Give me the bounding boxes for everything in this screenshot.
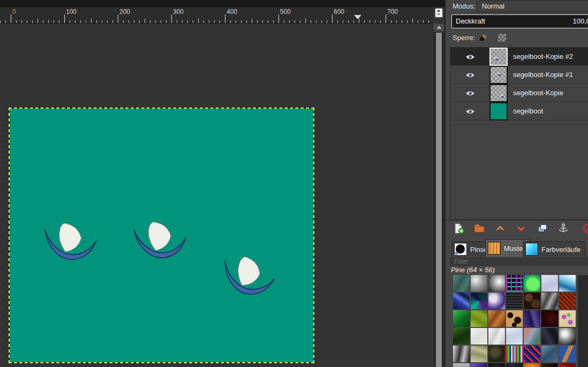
raise-layer-icon[interactable] — [494, 223, 506, 234]
ruler-tick — [171, 14, 172, 23]
ruler-tick — [11, 14, 11, 23]
new-layer-icon[interactable] — [453, 223, 465, 234]
pattern-swatch-dark-camo[interactable] — [488, 346, 505, 362]
ruler-tick — [348, 20, 349, 23]
pattern-scrollbar[interactable] — [578, 275, 588, 367]
pattern-swatch-copper-foil[interactable] — [488, 310, 505, 327]
pattern-swatch-white-marble[interactable] — [488, 328, 505, 345]
layer-thumbnail[interactable] — [489, 84, 508, 102]
pattern-swatch-teal-waves[interactable] — [453, 275, 470, 292]
lower-layer-icon[interactable] — [515, 223, 527, 234]
visibility-eye-icon[interactable] — [458, 53, 468, 59]
ruler-tick — [214, 20, 215, 23]
pattern-swatch-neon-grid[interactable] — [506, 275, 523, 292]
ruler-tick — [412, 19, 413, 23]
ruler-position-marker-icon — [354, 15, 361, 19]
pattern-swatch-white-paper[interactable] — [471, 328, 487, 345]
delete-layer-icon[interactable] — [582, 223, 588, 234]
layer-row[interactable]: segelboot-Kopie #2 — [450, 48, 588, 66]
pattern-swatch-green-blob[interactable] — [524, 275, 540, 292]
filter-input[interactable] — [450, 257, 588, 266]
layer-name: segelboot-Kopie #2 — [513, 52, 573, 60]
pattern-swatch-dark-multicolor[interactable] — [506, 363, 523, 367]
pattern-swatch-liquid-blobs[interactable] — [488, 293, 505, 309]
mode-select[interactable]: Normal — [477, 1, 588, 12]
canvas-area[interactable] — [0, 24, 434, 367]
pattern-swatch-green-leaf[interactable] — [453, 310, 470, 327]
new-group-icon[interactable] — [473, 223, 485, 234]
ruler-tick — [278, 14, 279, 23]
canvas[interactable] — [10, 109, 313, 362]
visibility-eye-icon[interactable] — [458, 108, 468, 114]
ruler-tick — [327, 20, 327, 23]
pattern-swatch-flower-field[interactable] — [559, 310, 576, 327]
ruler-tick — [16, 20, 17, 23]
opacity-slider[interactable]: Deckkraft 100,0 — [451, 14, 588, 28]
horizontal-ruler[interactable]: 0100200300400500600700 — [0, 7, 433, 24]
layer-thumbnail[interactable] — [489, 102, 508, 120]
pattern-swatch-blue-orange-stripe[interactable] — [559, 346, 576, 362]
pattern-swatch-red-blue-maze[interactable] — [524, 346, 540, 362]
ruler-tick — [0, 20, 1, 23]
pattern-swatch-black-smoke[interactable] — [488, 363, 505, 367]
vertical-scrollbar[interactable] — [434, 24, 444, 367]
pattern-swatch-gray-blobs[interactable] — [488, 275, 505, 292]
ruler-tick — [129, 20, 129, 23]
pattern-swatch-orange-lava[interactable] — [524, 363, 540, 367]
visibility-eye-icon[interactable] — [458, 72, 468, 78]
pattern-swatch-cloud-sky[interactable] — [506, 328, 523, 345]
layer-row[interactable]: segelboot-Kopie #1 — [450, 66, 588, 84]
pattern-swatch-blue-circuit[interactable] — [453, 293, 470, 309]
pattern-swatch-blue-stone[interactable] — [541, 346, 558, 362]
layer-row[interactable]: segelboot-Kopie — [450, 84, 588, 102]
pattern-swatch-dark-soil[interactable] — [541, 363, 558, 367]
pattern-swatch-rainbow-stripes[interactable] — [506, 346, 523, 362]
ruler-tick — [241, 20, 242, 23]
ruler-corner-icon[interactable] — [435, 8, 443, 18]
pattern-swatch-blue-crystals[interactable] — [559, 275, 576, 292]
ruler-tick — [182, 20, 183, 23]
tab-farbverläufe[interactable]: Farbverläufe — [523, 241, 585, 257]
pattern-swatch-red-weave[interactable] — [559, 293, 576, 309]
ruler-tick — [123, 20, 124, 23]
pattern-swatch-purple-rock[interactable] — [471, 363, 487, 367]
pattern-swatch-gray-blobs-soft[interactable] — [471, 275, 487, 292]
pattern-swatch-gray-soft-blur[interactable] — [453, 363, 470, 367]
pattern-swatch-gray-silk[interactable] — [541, 293, 558, 309]
thumbnail-boat-mark — [495, 58, 498, 60]
layer-list[interactable]: segelboot-Kopie #2segelboot-Kopie #1sege… — [450, 47, 588, 220]
layer-name: segelboot — [513, 107, 543, 115]
pattern-swatch-banknote[interactable] — [471, 346, 487, 362]
pattern-swatch-teal-purple-swirl[interactable] — [471, 293, 487, 309]
thumbnail-boat-mark — [501, 96, 504, 98]
visibility-eye-icon[interactable] — [458, 90, 468, 96]
duplicate-layer-icon[interactable] — [537, 223, 548, 234]
layer-thumbnail[interactable] — [489, 48, 508, 66]
pattern-swatch-gray-3d-blobs[interactable] — [559, 328, 576, 345]
pattern-swatch-lavender-ice[interactable] — [541, 275, 558, 292]
paintbrush-lock-icon[interactable] — [479, 33, 488, 42]
scroll-up-icon[interactable] — [434, 24, 444, 32]
pattern-swatch-dark-circuit-board[interactable] — [506, 293, 523, 309]
ruler-tick — [284, 20, 284, 23]
pattern-swatch-yellow-green-leaves[interactable] — [471, 310, 487, 327]
pattern-swatch-bw-smoke[interactable] — [453, 346, 470, 362]
layer-thumbnail[interactable] — [489, 66, 508, 84]
ruler-tick — [48, 20, 49, 23]
alpha-lock-icon[interactable] — [498, 34, 506, 42]
pattern-swatch-purple-fiber[interactable] — [524, 310, 540, 327]
pattern-swatch-fire[interactable] — [559, 363, 576, 367]
sailboat-shape — [40, 222, 100, 266]
anchor-layer-icon[interactable] — [557, 223, 569, 234]
ruler-tick — [268, 20, 268, 23]
ruler-label: 100 — [66, 8, 77, 16]
pattern-swatch-leopard[interactable] — [506, 310, 523, 327]
scrollbar-thumb[interactable] — [436, 33, 442, 367]
pattern-swatch-coffee-beans[interactable] — [524, 293, 540, 309]
ruler-tick — [353, 20, 354, 23]
pattern-swatch-dark-red-smoke[interactable] — [541, 310, 558, 327]
layer-row[interactable]: segelboot — [450, 102, 588, 120]
pattern-swatch-dark-leaves[interactable] — [453, 328, 470, 345]
pattern-swatch-dark-sparkle[interactable] — [541, 328, 558, 345]
pattern-swatch-color-blur[interactable] — [524, 328, 540, 345]
